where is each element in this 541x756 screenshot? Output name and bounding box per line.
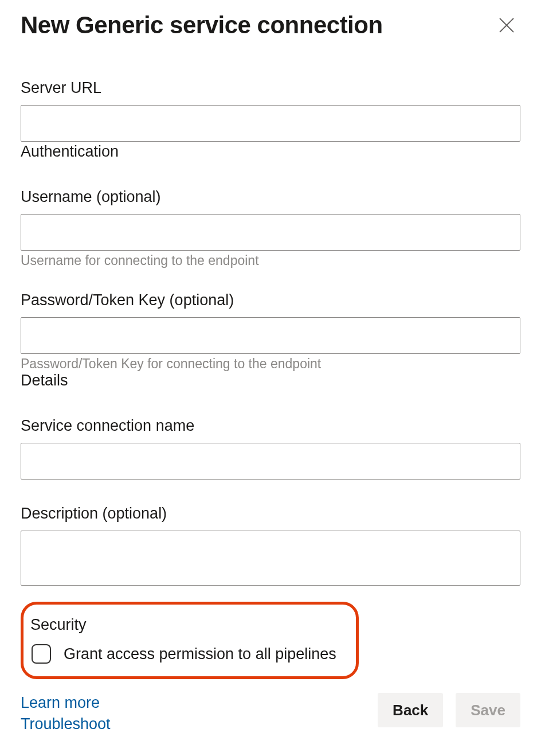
description-input[interactable] [21, 531, 520, 586]
dialog-header: New Generic service connection [21, 11, 520, 39]
grant-access-checkbox[interactable] [32, 644, 51, 664]
authentication-heading: Authentication [21, 143, 520, 161]
troubleshoot-link[interactable]: Troubleshoot [21, 714, 111, 734]
dialog-title: New Generic service connection [21, 11, 383, 39]
footer-buttons: Back Save [378, 693, 520, 727]
learn-more-link[interactable]: Learn more [21, 693, 111, 713]
server-url-label: Server URL [21, 79, 520, 97]
connection-name-label: Service connection name [21, 417, 520, 435]
server-url-input[interactable] [21, 105, 520, 142]
grant-access-label: Grant access permission to all pipelines [64, 645, 336, 663]
username-label: Username (optional) [21, 188, 520, 206]
password-helper: Password/Token Key for connecting to the… [21, 356, 520, 372]
footer-links: Learn more Troubleshoot [21, 693, 111, 734]
save-button[interactable]: Save [456, 693, 520, 727]
new-service-connection-dialog: New Generic service connection Server UR… [0, 0, 541, 756]
server-url-field: Server URL [21, 79, 520, 142]
password-field: Password/Token Key (optional) Password/T… [21, 291, 520, 372]
grant-access-checkbox-row: Grant access permission to all pipelines [28, 644, 342, 664]
username-helper: Username for connecting to the endpoint [21, 253, 520, 268]
details-heading: Details [21, 372, 520, 389]
description-field: Description (optional) [21, 505, 520, 588]
close-icon [496, 29, 517, 37]
username-field: Username (optional) Username for connect… [21, 188, 520, 268]
close-button[interactable] [493, 11, 520, 39]
description-label: Description (optional) [21, 505, 520, 523]
security-section-highlight: Security Grant access permission to all … [21, 602, 359, 679]
connection-name-field: Service connection name [21, 417, 520, 480]
password-input[interactable] [21, 317, 520, 354]
back-button[interactable]: Back [378, 693, 443, 727]
password-label: Password/Token Key (optional) [21, 291, 520, 309]
dialog-footer: Learn more Troubleshoot Back Save [21, 693, 520, 734]
username-input[interactable] [21, 214, 520, 251]
security-heading: Security [30, 616, 342, 634]
connection-name-input[interactable] [21, 443, 520, 480]
